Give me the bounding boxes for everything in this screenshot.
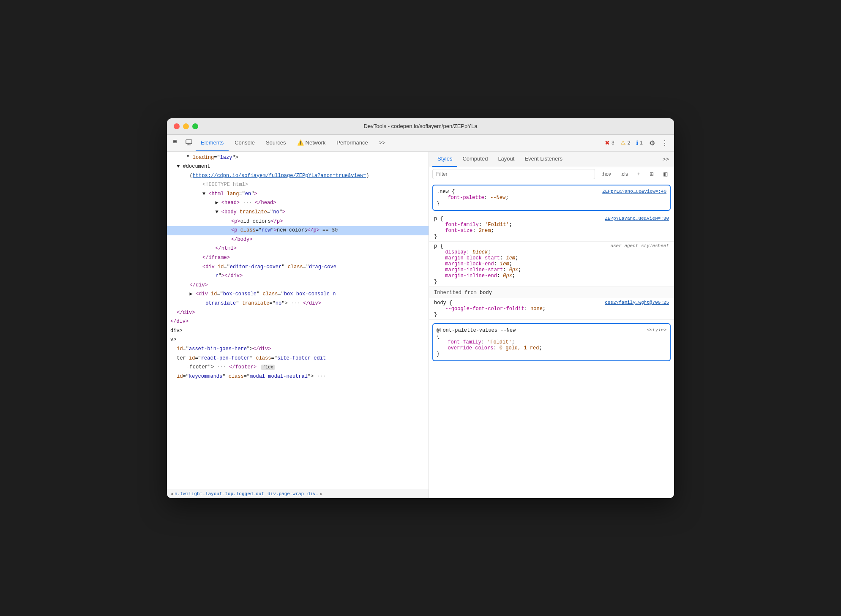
css-property: font-size: 2rem;	[439, 228, 669, 234]
main-content: " loading="lazy"> ▼ #document (https://c…	[167, 152, 674, 498]
more-options-icon[interactable]: ⋮	[659, 137, 671, 149]
prop-value[interactable]: block	[472, 249, 488, 255]
list-item[interactable]: (https://cdpn.io/sofiayem/fullpage/ZEPpY…	[167, 172, 429, 181]
breadcrumb-item-1[interactable]: n.twilight.layout-top.logged-out	[175, 491, 264, 496]
list-item[interactable]: </body>	[167, 235, 429, 245]
list-item: <!DOCTYPE html>	[167, 180, 429, 190]
rule-close-brace: }	[434, 312, 669, 318]
maximize-button[interactable]	[192, 123, 198, 129]
prop-name[interactable]: font-size	[445, 228, 472, 234]
tab-network[interactable]: ⚠️ Network	[292, 134, 331, 151]
css-property: override-colors: 0 gold, 1 red;	[442, 345, 666, 351]
copy-styles-button[interactable]: ⊞	[647, 170, 657, 178]
list-item[interactable]: </iframe>	[167, 253, 429, 263]
prop-name[interactable]: display	[445, 249, 466, 255]
prop-value[interactable]: 2rem	[479, 228, 491, 234]
list-item[interactable]: ▶ <head> ··· </head>	[167, 199, 429, 208]
prop-name[interactable]: font-family	[448, 339, 481, 345]
list-item[interactable]: </div>	[167, 317, 429, 327]
rule-source[interactable]: css2?family…wght@700:25	[605, 300, 669, 305]
rule-body: --google-font-color-foldit: none;	[434, 306, 669, 312]
prop-value[interactable]: --New	[490, 195, 505, 201]
prop-name[interactable]: --google-font-color-foldit	[445, 306, 524, 312]
tab-performance[interactable]: Performance	[331, 134, 373, 151]
prop-value[interactable]: 0px	[509, 267, 519, 273]
list-item[interactable]: ▼ <body translate="no">	[167, 208, 429, 217]
styles-tab-more[interactable]: >>	[661, 153, 671, 165]
prop-name[interactable]: margin-block-end	[445, 261, 494, 267]
list-item[interactable]: ter id="react-pen-footer" class="site-fo…	[167, 354, 429, 363]
tab-layout[interactable]: Layout	[493, 152, 519, 167]
breadcrumb-right-arrow[interactable]: ▶	[320, 491, 323, 496]
rule-header: body { css2?family…wght@700:25	[434, 300, 669, 306]
list-item[interactable]: <div id="editor-drag-cover" class="drag-…	[167, 263, 429, 272]
selected-element[interactable]: <p class="new">new colors</p> == $0	[167, 226, 429, 235]
list-item[interactable]: id="asset-bin-goes-here"></div>	[167, 345, 429, 354]
new-style-rule-button[interactable]: ◧	[660, 170, 671, 178]
cls-button[interactable]: .cls	[617, 170, 631, 178]
list-item[interactable]: ▼ <html lang="en">	[167, 190, 429, 199]
tab-console[interactable]: Console	[229, 134, 260, 151]
filter-input[interactable]	[432, 169, 595, 179]
styles-content[interactable]: .new { ZEPpYLa?ano…ue&view=:40 font-pale…	[429, 181, 674, 498]
rule-selector[interactable]: .new {	[437, 189, 455, 195]
tab-more[interactable]: >>	[374, 134, 390, 151]
prop-value[interactable]: 1em	[506, 255, 515, 261]
prop-value[interactable]: 'Foldit'	[485, 222, 509, 228]
prop-name[interactable]: margin-inline-end	[445, 273, 497, 279]
tab-computed[interactable]: Computed	[457, 152, 493, 167]
cursor-icon[interactable]	[170, 137, 182, 149]
css-property: margin-block-start: 1em;	[439, 255, 669, 261]
prop-name[interactable]: margin-inline-start	[445, 267, 503, 273]
close-button[interactable]	[174, 123, 180, 129]
prop-name[interactable]: override-colors	[448, 345, 493, 351]
breadcrumb-left-arrow[interactable]: ◀	[170, 491, 173, 496]
toolbar: Elements Console Sources ⚠️ Network Perf…	[167, 135, 674, 152]
list-item[interactable]: <p>old colors</p>	[167, 217, 429, 226]
rule-source-italic: user agent stylesheet	[610, 243, 669, 248]
tab-event-listeners[interactable]: Event Listeners	[519, 152, 568, 167]
rule-selector[interactable]: p {	[434, 243, 443, 249]
prop-value[interactable]: none	[530, 306, 543, 312]
css-property: margin-inline-start: 0px;	[439, 267, 669, 273]
breadcrumb-item-3[interactable]: div.	[307, 491, 319, 496]
list-item[interactable]: ▶ <div id="box-console" class="box box-c…	[167, 290, 429, 299]
prop-name[interactable]: font-family	[445, 222, 478, 228]
add-style-button[interactable]: +	[634, 170, 643, 178]
rule-selector[interactable]: p {	[434, 216, 443, 222]
document-link[interactable]: https://cdpn.io/sofiayem/fullpage/ZEPpYL…	[193, 173, 366, 179]
rule-body: font-family: 'Foldit'; override-colors: …	[437, 339, 666, 351]
hov-button[interactable]: :hov	[598, 170, 614, 178]
css-property: margin-block-end: 1em;	[439, 261, 669, 267]
elements-content[interactable]: " loading="lazy"> ▼ #document (https://c…	[167, 152, 429, 489]
prop-name[interactable]: margin-block-start	[445, 255, 500, 261]
info-icon: ℹ	[636, 139, 638, 146]
prop-name[interactable]: font-palette	[448, 195, 484, 201]
rule-source[interactable]: ZEPpYLa?ano…ue&view=:40	[602, 189, 666, 194]
inspect-icon[interactable]	[183, 137, 195, 149]
rule-source[interactable]: ZEPpYLa?ano…ue&view=:30	[605, 216, 669, 221]
traffic-lights	[174, 123, 198, 129]
list-item[interactable]: </html>	[167, 244, 429, 253]
rule-selector[interactable]: @font-palette-values --New	[437, 327, 516, 333]
tab-elements[interactable]: Elements	[196, 134, 229, 151]
rule-selector[interactable]: body {	[434, 300, 452, 306]
prop-value[interactable]: 0px	[503, 273, 512, 279]
rule-header: p { user agent stylesheet	[434, 243, 669, 249]
list-item[interactable]: </div>	[167, 281, 429, 290]
prop-value[interactable]: 'Foldit'	[487, 339, 512, 345]
settings-icon[interactable]: ⚙	[646, 137, 658, 149]
breadcrumb-item-2[interactable]: div.page-wrap	[268, 491, 304, 496]
css-property: display: block;	[439, 249, 669, 255]
tab-sources[interactable]: Sources	[261, 134, 291, 151]
styles-panel: Styles Computed Layout Event Listeners >…	[429, 152, 674, 498]
prop-value[interactable]: 1em	[500, 261, 509, 267]
minimize-button[interactable]	[183, 123, 189, 129]
prop-value[interactable]: 0 gold, 1 red	[500, 345, 539, 351]
css-property: margin-inline-end: 0px;	[439, 273, 669, 279]
list-item[interactable]: ▼ #document	[167, 162, 429, 172]
list-item[interactable]: id="keycommands" class="modal modal-neut…	[167, 372, 429, 382]
tab-styles[interactable]: Styles	[432, 152, 457, 167]
list-item[interactable]: </div>	[167, 308, 429, 318]
css-rule-font-palette: @font-palette-values --New <style> { fon…	[432, 323, 671, 361]
